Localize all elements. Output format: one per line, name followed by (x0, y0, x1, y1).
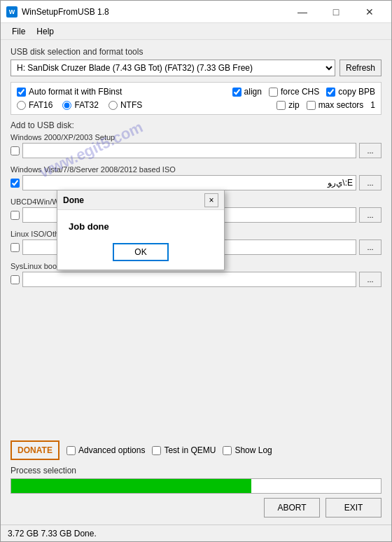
dialog-ok-button[interactable]: OK (113, 243, 169, 261)
dialog-title-bar: Done × (57, 190, 224, 210)
dialog-title-text: Done (63, 195, 84, 205)
dialog-content: Job done OK (57, 210, 224, 270)
dialog-message: Job done (69, 221, 213, 232)
dialog-close-button[interactable]: × (204, 193, 218, 207)
dialog: Done × Job done OK (57, 190, 225, 270)
dialog-overlay: Done × Job done OK (1, 1, 391, 541)
